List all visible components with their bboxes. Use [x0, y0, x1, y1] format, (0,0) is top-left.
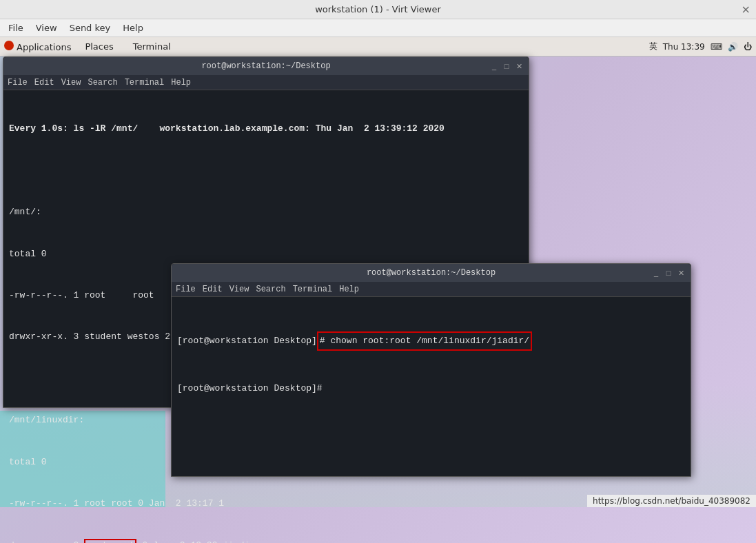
terminal2-close[interactable]: ✕ [675, 267, 686, 278]
terminal1-menubar: File Edit View Search Terminal Help [3, 75, 529, 90]
t2-edit[interactable]: Edit [203, 285, 223, 294]
terminal2-minimize[interactable]: _ [651, 267, 662, 278]
t2-terminal[interactable]: Terminal [293, 285, 333, 294]
t1-line-mnt: /mnt/: [9, 205, 523, 219]
t1-edit[interactable]: Edit [34, 78, 54, 88]
terminal1-titlebar: root@workstation:~/Desktop _ □ ✕ [3, 57, 529, 75]
virt-viewer-menubar: File View Send key Help [0, 19, 756, 37]
volume-icon: 🔊 [728, 42, 738, 52]
t1-view[interactable]: View [61, 78, 81, 88]
menu-file[interactable]: File [3, 21, 29, 34]
terminal1-minimize[interactable]: _ [489, 61, 500, 72]
app-dot-icon [4, 41, 14, 50]
language-indicator: 英 [649, 41, 657, 52]
window-title: workstation (1) - Virt Viewer [315, 4, 441, 14]
t2-view[interactable]: View [229, 285, 249, 294]
terminal2-title: root@workstation:~/Desktop [367, 268, 496, 278]
terminal-menu[interactable]: Terminal [127, 40, 176, 53]
menu-help[interactable]: Help [117, 21, 149, 34]
power-icon: ⏻ [744, 42, 752, 52]
t1-line-1: Every 1.0s: ls -lR /mnt/ workstation.lab… [9, 122, 523, 136]
t1-blank-1 [9, 164, 523, 178]
cmd-highlighted: # chown root:root /mnt/linuxdir/jiadir/ [317, 331, 532, 351]
t1-line-total: total 0 [9, 247, 523, 261]
t1-help[interactable]: Help [171, 78, 191, 88]
t1-terminal[interactable]: Terminal [125, 78, 165, 88]
terminal2-menubar: File Edit View Search Terminal Help [172, 282, 691, 297]
terminal1-close[interactable]: ✕ [513, 61, 524, 72]
desktop: root@workstation:~/Desktop _ □ ✕ File Ed… [0, 57, 756, 507]
close-icon[interactable]: × [742, 3, 750, 16]
t2-line-2: [root@workstation Desktop]# [177, 381, 685, 396]
terminal2-btns: _ □ ✕ [651, 267, 686, 278]
menu-view[interactable]: View [30, 21, 63, 34]
t1-line-jiadir: drwxr-xr-x. 2 root root 6 Jan 2 13:30 ji… [9, 539, 523, 544]
clock: Thu 13:39 [663, 42, 705, 52]
taskbar: Applications Places Terminal 英 Thu 13:39… [0, 37, 756, 57]
t2-help[interactable]: Help [339, 285, 359, 294]
t2-search[interactable]: Search [256, 285, 285, 294]
terminal1-title: root@workstation:~/Desktop [201, 61, 330, 71]
t1-search[interactable]: Search [88, 78, 117, 88]
t1-line-1file: -rw-r--r--. 1 root root 0 Jan 2 13:17 1 [9, 497, 523, 511]
url-bar: https://blog.csdn.net/baidu_40389082 [587, 495, 756, 507]
t1-file[interactable]: File [8, 78, 28, 88]
terminal1-maximize[interactable]: □ [501, 61, 512, 72]
terminal2-maximize[interactable]: □ [663, 267, 674, 278]
terminal1-btns: _ □ ✕ [489, 61, 524, 72]
keyboard-icon: ⌨ [711, 42, 722, 52]
highlighted-root-root: root root [84, 539, 136, 544]
url-text: https://blog.csdn.net/baidu_40389082 [593, 496, 750, 506]
taskbar-left: Applications Places Terminal [4, 40, 176, 53]
terminal2-body: [root@workstation Desktop]# chown root:r… [172, 297, 691, 431]
t2-file[interactable]: File [176, 285, 196, 294]
places-menu[interactable]: Places [79, 40, 119, 53]
t2-line-1: [root@workstation Desktop]# chown root:r… [177, 331, 685, 351]
virt-viewer-titlebar: workstation (1) - Virt Viewer × [0, 0, 756, 19]
terminal-window-2: root@workstation:~/Desktop _ □ ✕ File Ed… [171, 263, 691, 477]
terminal2-titlebar: root@workstation:~/Desktop _ □ ✕ [172, 264, 691, 282]
applications-menu[interactable]: Applications [4, 41, 71, 52]
menu-sendkey[interactable]: Send key [64, 21, 116, 34]
taskbar-right: 英 Thu 13:39 ⌨ 🔊 ⏻ [649, 41, 752, 52]
